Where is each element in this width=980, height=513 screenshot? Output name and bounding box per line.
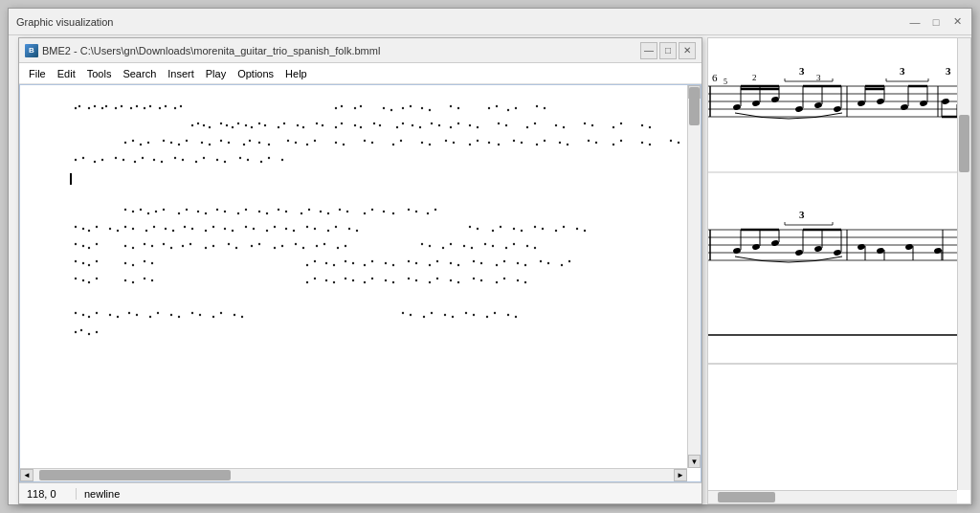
svg-point-32 [536, 105, 538, 107]
svg-point-281 [415, 262, 417, 264]
svg-point-20 [383, 107, 385, 109]
svg-point-201 [253, 228, 255, 230]
svg-point-146 [260, 161, 262, 163]
svg-point-240 [251, 245, 253, 247]
music-horizontal-scrollbar[interactable] [708, 490, 957, 503]
svg-point-135 [142, 157, 144, 159]
svg-point-235 [189, 243, 191, 245]
menu-edit[interactable]: Edit [52, 67, 81, 80]
svg-point-341 [220, 312, 222, 314]
svg-point-255 [471, 247, 473, 249]
svg-point-44 [258, 123, 260, 124]
svg-point-343 [241, 316, 243, 318]
scroll-thumb-vertical[interactable] [689, 87, 700, 125]
bme2-app-icon: B [25, 44, 38, 57]
svg-point-148 [281, 159, 283, 161]
menu-file[interactable]: File [23, 67, 52, 80]
svg-point-279 [392, 264, 394, 266]
svg-point-327 [82, 314, 84, 316]
svg-point-293 [547, 262, 549, 264]
menu-tools[interactable]: Tools [81, 67, 118, 80]
svg-point-158 [197, 211, 199, 212]
svg-point-346 [423, 316, 425, 318]
svg-point-34 [191, 124, 193, 126]
svg-point-277 [371, 260, 373, 262]
horizontal-scrollbar[interactable]: ◄ ► [20, 468, 687, 481]
menu-help[interactable]: Help [279, 67, 313, 80]
svg-point-334 [149, 316, 151, 318]
svg-point-273 [333, 264, 335, 266]
svg-point-326 [75, 312, 77, 314]
bme2-restore-button[interactable]: □ [659, 42, 677, 59]
svg-point-191 [153, 226, 155, 228]
svg-point-258 [505, 247, 507, 249]
svg-point-127 [678, 142, 679, 144]
svg-point-227 [96, 243, 98, 245]
svg-point-284 [450, 262, 452, 264]
graphic-maximize-button[interactable]: □ [929, 15, 943, 29]
svg-point-381 [770, 96, 779, 102]
svg-point-288 [496, 264, 498, 266]
bme2-close-button[interactable]: ✕ [679, 42, 696, 59]
svg-point-388 [813, 101, 822, 108]
menu-insert[interactable]: Insert [162, 67, 200, 80]
svg-point-203 [274, 226, 276, 228]
scroll-right-button[interactable]: ► [674, 469, 687, 481]
scroll-down-button[interactable]: ▼ [688, 455, 701, 468]
svg-point-291 [524, 264, 526, 266]
svg-point-396 [876, 98, 884, 104]
svg-point-233 [170, 247, 172, 249]
music-h-thumb[interactable] [718, 492, 775, 502]
svg-point-267 [132, 264, 134, 266]
graphic-win-controls: — □ ✕ [908, 15, 964, 29]
svg-point-245 [302, 247, 304, 249]
svg-point-47 [283, 123, 285, 124]
music-scroll-thumb[interactable] [959, 115, 969, 172]
svg-point-74 [584, 123, 586, 124]
svg-text:3: 3 [816, 73, 821, 82]
svg-point-94 [258, 142, 260, 144]
svg-point-160 [216, 209, 218, 211]
bme2-minimize-button[interactable]: — [640, 42, 657, 59]
svg-point-42 [245, 124, 247, 126]
svg-point-202 [266, 230, 268, 232]
svg-point-214 [492, 230, 494, 232]
scroll-left-button[interactable]: ◄ [20, 469, 33, 481]
svg-point-114 [513, 140, 515, 142]
svg-point-287 [480, 262, 482, 264]
svg-point-226 [88, 247, 90, 249]
svg-point-243 [281, 245, 283, 247]
menu-search[interactable]: Search [117, 67, 162, 80]
vertical-scrollbar[interactable]: ▲ ▼ [687, 85, 701, 468]
svg-point-83 [147, 142, 149, 144]
svg-point-197 [212, 226, 214, 228]
menu-play[interactable]: Play [200, 67, 232, 80]
svg-point-151 [132, 211, 134, 212]
music-vertical-scrollbar[interactable] [957, 38, 970, 490]
svg-point-332 [128, 312, 130, 314]
svg-point-355 [515, 316, 517, 318]
svg-point-424 [751, 243, 760, 250]
svg-point-59 [402, 123, 404, 124]
svg-point-61 [419, 126, 421, 128]
svg-point-337 [178, 316, 180, 318]
svg-point-184 [88, 230, 90, 232]
svg-point-223 [584, 230, 586, 232]
svg-point-177 [392, 212, 394, 214]
svg-point-319 [457, 281, 459, 283]
svg-point-27 [457, 107, 459, 109]
svg-point-209 [335, 226, 337, 228]
svg-point-270 [306, 264, 308, 266]
scroll-thumb-horizontal[interactable] [39, 470, 231, 480]
menu-options[interactable]: Options [232, 67, 279, 80]
braille-content[interactable] [20, 85, 687, 468]
svg-point-272 [325, 262, 327, 264]
svg-text:3: 3 [799, 209, 805, 220]
graphic-minimize-button[interactable]: — [908, 15, 922, 29]
svg-point-175 [371, 209, 373, 211]
graphic-close-button[interactable]: ✕ [950, 15, 964, 29]
bme2-editor-area[interactable]: ▲ ▼ ◄ ► [19, 84, 702, 482]
svg-text:3: 3 [799, 65, 805, 77]
svg-point-236 [205, 247, 207, 249]
svg-point-234 [182, 245, 184, 247]
